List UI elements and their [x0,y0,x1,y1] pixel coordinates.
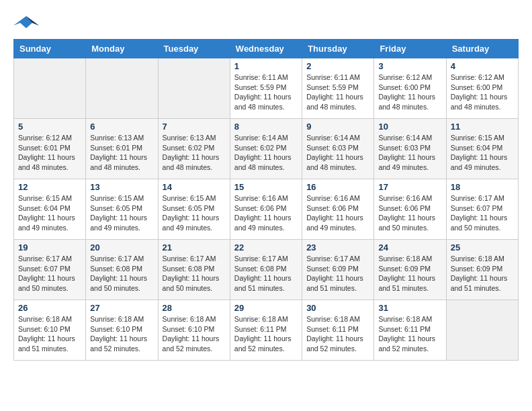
day-cell-2: 2Sunrise: 6:11 AMSunset: 5:59 PMDaylight… [302,58,374,119]
day-info: Sunrise: 6:18 AMSunset: 6:10 PMDaylight:… [90,314,153,354]
day-info: Sunrise: 6:15 AMSunset: 6:04 PMDaylight:… [18,193,81,233]
day-cell-20: 20Sunrise: 6:17 AMSunset: 6:08 PMDayligh… [86,240,158,300]
svg-marker-0 [13,16,39,28]
day-cell-14: 14Sunrise: 6:15 AMSunset: 6:05 PMDayligh… [158,179,230,240]
day-info: Sunrise: 6:17 AMSunset: 6:07 PMDaylight:… [451,193,514,233]
day-cell-26: 26Sunrise: 6:18 AMSunset: 6:10 PMDayligh… [14,300,86,361]
day-cell-5: 5Sunrise: 6:12 AMSunset: 6:01 PMDaylight… [14,119,86,179]
week-row-5: 26Sunrise: 6:18 AMSunset: 6:10 PMDayligh… [14,300,519,361]
day-number: 3 [378,61,441,71]
weekday-header-friday: Friday [374,40,446,58]
day-cell-24: 24Sunrise: 6:18 AMSunset: 6:09 PMDayligh… [374,240,446,300]
day-number: 29 [234,303,298,313]
day-info: Sunrise: 6:12 AMSunset: 6:00 PMDaylight:… [451,73,514,112]
day-number: 4 [451,61,514,71]
day-number: 21 [163,242,226,253]
day-info: Sunrise: 6:18 AMSunset: 6:11 PMDaylight:… [306,314,369,354]
day-cell-12: 12Sunrise: 6:15 AMSunset: 6:04 PMDayligh… [14,179,86,240]
day-number: 20 [90,242,153,253]
day-cell-25: 25Sunrise: 6:18 AMSunset: 6:09 PMDayligh… [446,240,518,300]
day-cell-4: 4Sunrise: 6:12 AMSunset: 6:00 PMDaylight… [446,58,518,119]
day-number: 30 [306,303,369,313]
day-cell-7: 7Sunrise: 6:13 AMSunset: 6:02 PMDaylight… [158,119,230,179]
day-number: 13 [90,182,153,192]
day-number: 10 [378,122,441,132]
day-info: Sunrise: 6:13 AMSunset: 6:02 PMDaylight:… [163,133,226,173]
day-info: Sunrise: 6:14 AMSunset: 6:02 PMDaylight:… [234,133,298,173]
day-number: 8 [234,122,298,132]
week-row-2: 5Sunrise: 6:12 AMSunset: 6:01 PMDaylight… [14,119,519,179]
day-number: 17 [378,182,441,192]
day-number: 2 [306,61,369,71]
day-info: Sunrise: 6:14 AMSunset: 6:03 PMDaylight:… [378,133,441,173]
day-info: Sunrise: 6:17 AMSunset: 6:08 PMDaylight:… [90,254,153,293]
day-info: Sunrise: 6:16 AMSunset: 6:06 PMDaylight:… [234,193,298,233]
day-cell-8: 8Sunrise: 6:14 AMSunset: 6:02 PMDaylight… [230,119,302,179]
day-info: Sunrise: 6:14 AMSunset: 6:03 PMDaylight:… [306,133,369,173]
week-row-3: 12Sunrise: 6:15 AMSunset: 6:04 PMDayligh… [14,179,519,240]
day-info: Sunrise: 6:11 AMSunset: 5:59 PMDaylight:… [234,73,298,112]
day-cell-17: 17Sunrise: 6:16 AMSunset: 6:06 PMDayligh… [374,179,446,240]
calendar-table: SundayMondayTuesdayWednesdayThursdayFrid… [13,39,519,361]
day-cell-13: 13Sunrise: 6:15 AMSunset: 6:05 PMDayligh… [86,179,158,240]
day-number: 19 [18,242,81,253]
day-number: 1 [234,61,298,71]
day-number: 16 [306,182,369,192]
day-info: Sunrise: 6:17 AMSunset: 6:07 PMDaylight:… [18,254,81,293]
weekday-header-row: SundayMondayTuesdayWednesdayThursdayFrid… [14,40,519,58]
day-info: Sunrise: 6:15 AMSunset: 6:04 PMDaylight:… [451,133,514,173]
day-cell-16: 16Sunrise: 6:16 AMSunset: 6:06 PMDayligh… [302,179,374,240]
weekday-header-thursday: Thursday [302,40,374,58]
empty-cell [86,58,158,119]
day-cell-31: 31Sunrise: 6:18 AMSunset: 6:11 PMDayligh… [374,300,446,361]
day-cell-3: 3Sunrise: 6:12 AMSunset: 6:00 PMDaylight… [374,58,446,119]
day-cell-6: 6Sunrise: 6:13 AMSunset: 6:01 PMDaylight… [86,119,158,179]
day-info: Sunrise: 6:18 AMSunset: 6:09 PMDaylight:… [451,254,514,293]
day-info: Sunrise: 6:15 AMSunset: 6:05 PMDaylight:… [90,193,153,233]
day-number: 26 [18,303,81,313]
weekday-header-tuesday: Tuesday [158,40,230,58]
day-cell-11: 11Sunrise: 6:15 AMSunset: 6:04 PMDayligh… [446,119,518,179]
day-info: Sunrise: 6:18 AMSunset: 6:11 PMDaylight:… [378,314,441,354]
day-number: 18 [451,182,514,192]
page-header [13,13,519,32]
day-number: 6 [90,122,153,132]
day-info: Sunrise: 6:18 AMSunset: 6:11 PMDaylight:… [234,314,298,354]
day-cell-27: 27Sunrise: 6:18 AMSunset: 6:10 PMDayligh… [86,300,158,361]
day-cell-1: 1Sunrise: 6:11 AMSunset: 5:59 PMDaylight… [230,58,302,119]
day-info: Sunrise: 6:12 AMSunset: 6:01 PMDaylight:… [18,133,81,173]
day-number: 5 [18,122,81,132]
empty-cell [446,300,518,361]
day-info: Sunrise: 6:17 AMSunset: 6:08 PMDaylight:… [234,254,298,293]
empty-cell [14,58,86,119]
day-number: 12 [18,182,81,192]
weekday-header-wednesday: Wednesday [230,40,302,58]
day-cell-19: 19Sunrise: 6:17 AMSunset: 6:07 PMDayligh… [14,240,86,300]
weekday-header-monday: Monday [86,40,158,58]
day-number: 22 [234,242,298,253]
day-cell-22: 22Sunrise: 6:17 AMSunset: 6:08 PMDayligh… [230,240,302,300]
day-number: 24 [378,242,441,253]
day-number: 27 [90,303,153,313]
day-info: Sunrise: 6:18 AMSunset: 6:10 PMDaylight:… [163,314,226,354]
day-number: 14 [163,182,226,192]
empty-cell [158,58,230,119]
day-number: 31 [378,303,441,313]
day-cell-29: 29Sunrise: 6:18 AMSunset: 6:11 PMDayligh… [230,300,302,361]
day-number: 11 [451,122,514,132]
week-row-1: 1Sunrise: 6:11 AMSunset: 5:59 PMDaylight… [14,58,519,119]
day-number: 7 [163,122,226,132]
day-info: Sunrise: 6:16 AMSunset: 6:06 PMDaylight:… [378,193,441,233]
day-info: Sunrise: 6:18 AMSunset: 6:10 PMDaylight:… [18,314,81,354]
day-number: 9 [306,122,369,132]
week-row-4: 19Sunrise: 6:17 AMSunset: 6:07 PMDayligh… [14,240,519,300]
logo-bird-icon [13,13,39,32]
day-info: Sunrise: 6:16 AMSunset: 6:06 PMDaylight:… [306,193,369,233]
weekday-header-saturday: Saturday [446,40,518,58]
day-info: Sunrise: 6:18 AMSunset: 6:09 PMDaylight:… [378,254,441,293]
day-info: Sunrise: 6:17 AMSunset: 6:08 PMDaylight:… [163,254,226,293]
day-number: 25 [451,242,514,253]
weekday-header-sunday: Sunday [14,40,86,58]
logo [13,13,42,32]
day-cell-18: 18Sunrise: 6:17 AMSunset: 6:07 PMDayligh… [446,179,518,240]
